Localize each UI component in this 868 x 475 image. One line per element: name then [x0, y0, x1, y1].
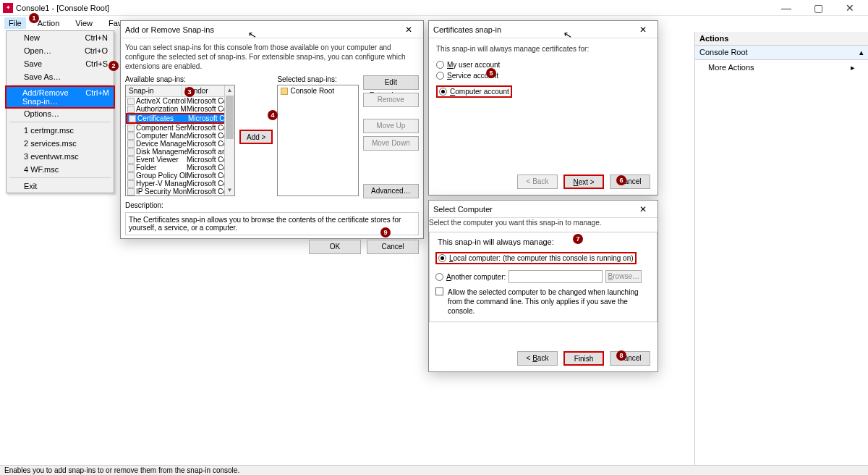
tutorial-badge-8: 8	[616, 350, 626, 361]
snapin-row[interactable]: CertificatesMicrosoft Cor…	[126, 113, 234, 124]
selected-snapins-tree[interactable]: Console Root	[277, 85, 358, 196]
tutorial-badge-6: 6	[616, 175, 626, 185]
add-remove-snapins-dialog: Add or Remove Snap-ins ✕ You can select …	[120, 20, 424, 239]
snapin-row[interactable]: Event ViewerMicrosoft Cor…	[126, 156, 234, 164]
available-label: Available snap-ins:	[125, 75, 235, 83]
dialog-title: Certificates snap-in	[433, 25, 501, 34]
dialog-text: Select the computer you want this snap-i…	[429, 218, 658, 227]
menu-new[interactable]: NewCtrl+N	[7, 31, 114, 44]
close-button[interactable]: ✕	[839, 1, 861, 15]
snapin-row[interactable]: Disk ManagementMicrosoft and…	[126, 148, 234, 156]
selected-label: Selected snap-ins:	[277, 75, 358, 83]
folder-icon	[281, 88, 288, 95]
mmc-icon: ✦	[3, 3, 13, 13]
tutorial-badge-4: 4	[268, 110, 278, 120]
available-snapins-list[interactable]: Snap-inVendor ActiveX ControlMicrosoft C…	[125, 85, 235, 196]
snapin-row[interactable]: FolderMicrosoft Cor…	[126, 164, 234, 172]
tutorial-badge-9: 9	[380, 227, 391, 238]
menu-mru-3[interactable]: 3 eventvwr.msc	[7, 150, 114, 163]
menu-file[interactable]: File	[4, 17, 26, 29]
minimize-button[interactable]: —	[775, 1, 797, 15]
select-computer-dialog: Select Computer ✕ Select the computer yo…	[428, 200, 658, 372]
actions-console-root[interactable]: Console Root▴	[695, 46, 868, 60]
remove-button: Remove	[363, 93, 419, 107]
snapin-row[interactable]: Component ServicesMicrosoft Cor…	[126, 124, 234, 132]
tutorial-badge-7: 7	[573, 234, 583, 244]
snapin-row[interactable]: Device ManagerMicrosoft Cor…	[126, 140, 234, 148]
actions-more[interactable]: More Actions▸	[695, 60, 868, 75]
tutorial-badge-1: 1	[29, 13, 39, 23]
snapin-row[interactable]: Authorization Manag…Microsoft Cor…	[126, 105, 234, 113]
finish-button[interactable]: Finish	[563, 351, 604, 366]
back-button[interactable]: < Back	[517, 351, 558, 366]
menu-mru-2[interactable]: 2 services.msc	[7, 137, 114, 150]
dialog-title: Add or Remove Snap-ins	[125, 25, 214, 34]
certificates-snapin-dialog: Certificates snap-in ✕ This snap-in will…	[428, 20, 658, 196]
snapin-row[interactable]: Group Policy Object…Microsoft Cor…	[126, 172, 234, 180]
move-down-button: Move Down	[363, 136, 419, 151]
maximize-button[interactable]: ▢	[807, 1, 829, 15]
dialog-title: Select Computer	[433, 205, 493, 214]
radio-local-computer[interactable]: Local computer: (the computer this conso…	[435, 252, 637, 264]
menu-exit[interactable]: Exit	[7, 180, 114, 193]
scrollbar[interactable]: ▲▼	[224, 85, 234, 196]
actions-pane: Actions Console Root▴ More Actions▸	[694, 32, 868, 465]
description-box: The Certificates snap-in allows you to b…	[125, 212, 419, 235]
allow-change-label: Allow the selected computer to be change…	[448, 287, 651, 316]
menu-mru-1[interactable]: 1 certmgr.msc	[7, 124, 114, 137]
snapin-row[interactable]: ActiveX ControlMicrosoft Cor…	[126, 97, 234, 105]
close-icon[interactable]: ✕	[633, 25, 653, 35]
menu-save-as[interactable]: Save As…	[7, 70, 114, 83]
back-button: < Back	[517, 175, 558, 189]
menu-mru-4[interactable]: 4 WF.msc	[7, 163, 114, 176]
move-up-button: Move Up	[363, 119, 419, 133]
allow-change-checkbox[interactable]	[435, 287, 443, 295]
edit-extensions-button[interactable]: Edit Extensions…	[363, 75, 419, 90]
dialog-desc: You can select snap-ins for this console…	[125, 43, 419, 71]
menu-save[interactable]: SaveCtrl+S	[7, 57, 114, 70]
next-button[interactable]: Next >	[563, 175, 604, 189]
dialog-text: This snap-in will always manage certific…	[436, 44, 650, 54]
file-dropdown: NewCtrl+N Open…Ctrl+O SaveCtrl+S Save As…	[6, 30, 114, 193]
add-button[interactable]: Add >	[239, 130, 273, 144]
snapin-row[interactable]: IP Security MonitorMicrosoft Cor…	[126, 188, 234, 196]
radio-my-user-account[interactable]: My user account	[436, 61, 650, 69]
description-label: Description:	[125, 201, 419, 209]
close-icon[interactable]: ✕	[399, 25, 419, 35]
menu-view[interactable]: View	[71, 17, 97, 29]
radio-another-computer[interactable]: Another computer: Browse…	[435, 270, 651, 283]
menu-open[interactable]: Open…Ctrl+O	[7, 44, 114, 57]
actions-header: Actions	[695, 32, 868, 46]
another-computer-input[interactable]	[509, 270, 603, 283]
tutorial-badge-5: 5	[486, 68, 496, 78]
ok-button[interactable]: OK	[309, 240, 361, 254]
console-root-node[interactable]: Console Root	[278, 85, 357, 96]
titlebar: ✦ Console1 - [Console Root] — ▢ ✕	[0, 0, 868, 16]
tutorial-badge-2: 2	[109, 61, 119, 71]
radio-service-account[interactable]: Service account	[436, 72, 650, 80]
statusbar: Enables you to add snap-ins to or remove…	[0, 465, 868, 475]
snapin-row[interactable]: Hyper-V ManagerMicrosoft Cor…	[126, 180, 234, 188]
browse-button: Browse…	[605, 270, 642, 283]
menu-options[interactable]: Options…	[7, 107, 114, 120]
cancel-button[interactable]: Cancel	[367, 240, 419, 254]
menu-add-remove-snapin[interactable]: Add/Remove Snap-in…Ctrl+M	[5, 85, 115, 109]
window-title: Console1 - [Console Root]	[16, 4, 775, 12]
advanced-button[interactable]: Advanced…	[363, 184, 419, 198]
close-icon[interactable]: ✕	[633, 204, 653, 214]
snapin-row[interactable]: Computer Managem…Microsoft Cor…	[126, 132, 234, 140]
tutorial-badge-3: 3	[184, 87, 195, 97]
radio-computer-account[interactable]: Computer account	[436, 85, 512, 98]
snapin-row[interactable]: IP Security Policy M…Microsoft Cor…	[126, 196, 234, 196]
collapse-icon[interactable]: ▴	[859, 48, 864, 57]
group-label: This snap-in will always manage:	[435, 238, 556, 246]
chevron-right-icon: ▸	[851, 63, 855, 72]
